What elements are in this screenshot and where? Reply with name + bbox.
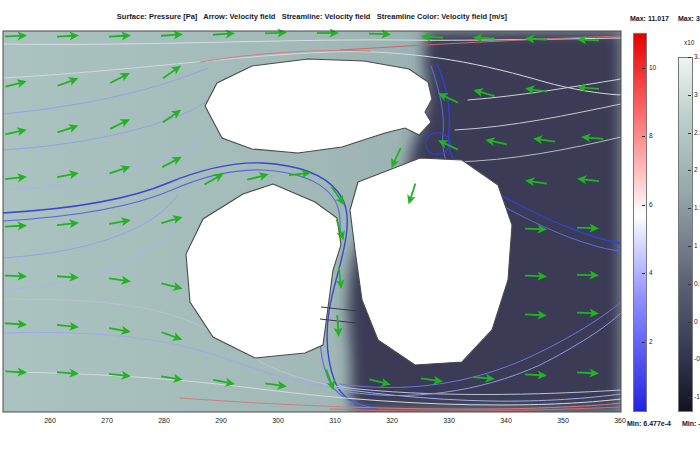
colorbar-tick-label: 10 (649, 64, 656, 71)
colorbar-tick (688, 359, 691, 360)
colorbar-tick (688, 397, 691, 398)
velocity-colorbar (633, 33, 647, 412)
colorbar-tick (688, 322, 691, 323)
colorbar-tick-label: 1 (694, 242, 698, 249)
simulation-figure: Surface: Pressure [Pa] Arrow: Velocity f… (0, 0, 700, 450)
pressure-min-label: Min: -1. (682, 420, 700, 427)
x-tick-label: 270 (94, 417, 120, 424)
colorbar-tick-label: 0 (694, 318, 698, 325)
colorbar-tick (642, 342, 645, 343)
pressure-exponent-label: x10 (684, 39, 694, 46)
velocity-max-label: Max: 11.017 (630, 15, 669, 22)
colorbar-tick (688, 57, 691, 58)
x-tick-label: 350 (550, 417, 576, 424)
colorbar-tick (688, 246, 691, 247)
colorbar-tick-label: 0.5 (694, 280, 700, 287)
colorbar-tick (688, 170, 691, 171)
x-tick-label: 260 (37, 417, 63, 424)
plot-canvas[interactable] (0, 0, 700, 450)
colorbar-tick (642, 273, 645, 274)
colorbar-tick-label: 6 (649, 201, 653, 208)
colorbar-tick (688, 208, 691, 209)
x-tick-label: 340 (493, 417, 519, 424)
colorbar-tick (642, 136, 645, 137)
x-tick-label: 290 (208, 417, 234, 424)
plot-title: Surface: Pressure [Pa] Arrow: Velocity f… (0, 12, 624, 21)
colorbar-tick-label: 3.5 (694, 53, 700, 60)
colorbar-tick-label: -0.5 (694, 355, 700, 362)
x-tick-label: 330 (436, 417, 462, 424)
x-tick-label: 320 (379, 417, 405, 424)
x-tick-label: 300 (265, 417, 291, 424)
colorbar-tick-label: 2 (649, 338, 653, 345)
colorbar-tick (642, 205, 645, 206)
x-tick-label: 310 (322, 417, 348, 424)
colorbar-tick (688, 284, 691, 285)
colorbar-tick (688, 95, 691, 96)
x-tick-label: 280 (151, 417, 177, 424)
colorbar-tick-label: 4 (649, 269, 653, 276)
colorbar-tick-label: 3 (694, 91, 698, 98)
colorbar-tick-label: 2 (694, 166, 698, 173)
colorbar-tick (688, 133, 691, 134)
colorbar-tick-label: -1 (694, 393, 700, 400)
colorbar-tick-label: 8 (649, 132, 653, 139)
colorbar-tick-label: 2.5 (694, 129, 700, 136)
colorbar-tick-label: 1.5 (694, 204, 700, 211)
pressure-max-label: Max: 3. (678, 15, 700, 22)
velocity-min-label: Min: 6.477e-4 (627, 420, 671, 427)
colorbar-tick (642, 68, 645, 69)
